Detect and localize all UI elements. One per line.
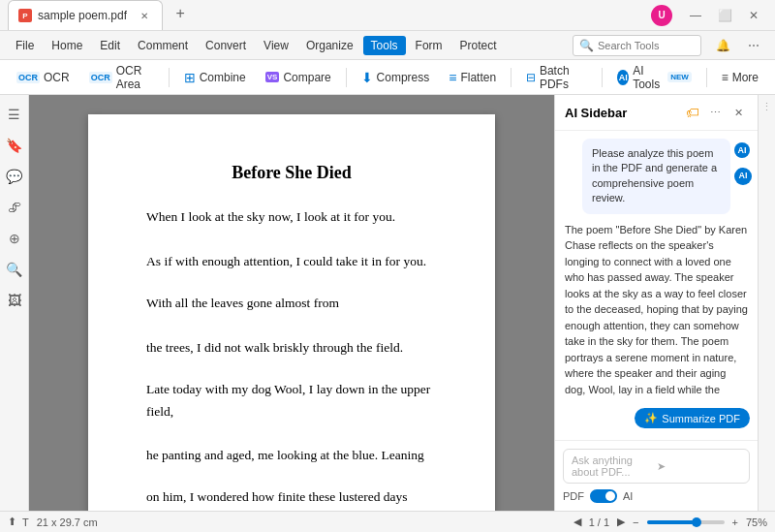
menu-tools[interactable]: Tools xyxy=(363,36,406,55)
ai-tools-icon: AI xyxy=(617,70,629,85)
pdf-stanza-1: When I look at the sky now, I look at it… xyxy=(146,206,437,273)
new-tab-button[interactable]: + xyxy=(167,0,194,27)
pdf-line: With all the leaves gone almost from xyxy=(146,293,437,315)
ai-input-box[interactable]: Ask anything about PDF... ➤ xyxy=(563,449,750,484)
compare-label: Compare xyxy=(283,71,330,84)
ai-more-button[interactable]: ⋯ xyxy=(705,103,725,122)
pdf-line: on him, I wondered how finite these lust… xyxy=(146,486,437,511)
menu-form[interactable]: Form xyxy=(408,36,450,55)
menu-more-icon[interactable]: ⋯ xyxy=(740,32,767,59)
zoom-slider[interactable] xyxy=(647,520,725,524)
statusbar-right: ◀ 1 / 1 ▶ − + 75% xyxy=(574,516,767,528)
compress-icon: ⬇ xyxy=(361,70,373,85)
ai-sidebar-title: AI Sidebar xyxy=(565,106,680,120)
pdf-toggle-switch[interactable] xyxy=(590,489,617,503)
summarize-icon: ✨ xyxy=(644,412,658,424)
ai-close-button[interactable]: ✕ xyxy=(728,103,748,122)
menu-comment[interactable]: Comment xyxy=(130,36,196,55)
pdf-line: As if with enough attention, I could tak… xyxy=(146,251,437,273)
text-select-icon[interactable]: T xyxy=(22,516,29,528)
minimize-button[interactable]: — xyxy=(682,2,709,29)
combine-button[interactable]: ⊞ Combine xyxy=(175,65,255,90)
combine-icon: ⊞ xyxy=(184,70,196,85)
ai-tools-badge: NEW xyxy=(667,72,692,82)
ai-bookmark-icon: 🏷 xyxy=(686,105,699,120)
pdf-line: When I look at the sky now, I look at it… xyxy=(146,206,437,229)
search-box[interactable]: 🔍 xyxy=(573,35,701,56)
pdf-icon: P xyxy=(18,9,32,22)
compare-icon: VS xyxy=(265,72,280,82)
notification-icon[interactable]: 🔔 xyxy=(709,32,736,59)
zoom-in-button[interactable]: + xyxy=(732,516,738,528)
tab-close-button[interactable]: ✕ xyxy=(137,8,152,23)
zoom-out-button[interactable]: − xyxy=(633,516,638,528)
toolbar-separator-5 xyxy=(706,68,707,87)
ocr-label: OCR xyxy=(44,71,70,84)
ocr-area-button[interactable]: OCR OCR Area xyxy=(80,59,163,96)
sidebar-icon-bookmark[interactable]: 🔖 xyxy=(3,134,26,157)
maximize-button[interactable]: ⬜ xyxy=(711,2,738,29)
ai-send-button[interactable]: ➤ xyxy=(657,460,742,473)
menu-organize[interactable]: Organize xyxy=(298,36,361,55)
ai-prompt-bubble: Please analyze this poem in the PDF and … xyxy=(582,139,730,214)
summarize-button[interactable]: ✨ Summarize PDF xyxy=(635,408,750,428)
compress-label: Compress xyxy=(377,71,430,84)
close-button[interactable]: ✕ xyxy=(740,2,767,29)
menu-edit[interactable]: Edit xyxy=(92,36,128,55)
flatten-button[interactable]: ≡ Flatten xyxy=(440,65,505,90)
ai-tools-button[interactable]: AI AI Tools NEW xyxy=(608,59,700,96)
active-tab[interactable]: P sample poem.pdf ✕ xyxy=(8,0,163,30)
menu-view[interactable]: View xyxy=(256,36,296,55)
more-button[interactable]: ≡ More xyxy=(713,66,767,89)
next-page-button[interactable]: ▶ xyxy=(617,516,625,528)
toolbar-separator-3 xyxy=(511,68,512,87)
ai-sidebar-header: AI Sidebar 🏷 ⋯ ✕ xyxy=(555,95,758,131)
titlebar-tabs: P sample poem.pdf ✕ + xyxy=(8,0,651,30)
compare-button[interactable]: VS Compare xyxy=(257,66,340,89)
zoom-level: 75% xyxy=(746,516,767,528)
pdf-stanza-2: With all the leaves gone almost from the… xyxy=(146,293,437,360)
menu-protect[interactable]: Protect xyxy=(452,36,505,55)
compress-button[interactable]: ⬇ Compress xyxy=(353,65,439,90)
zoom-thumb xyxy=(692,517,701,527)
pdf-line xyxy=(146,423,437,446)
ai-content: Please analyze this poem in the PDF and … xyxy=(555,131,758,440)
sidebar-icon-search[interactable]: 🔍 xyxy=(3,258,26,281)
tab-title: sample poem.pdf xyxy=(38,9,127,22)
ai-response: The poem "Before She Died" by Karen Chas… xyxy=(563,222,750,400)
pdf-line xyxy=(146,315,437,337)
pdf-viewer[interactable]: Before She Died When I look at the sky n… xyxy=(29,95,554,511)
menu-right-icons: 🔔 ⋯ xyxy=(709,32,767,59)
right-panel: ⋮ xyxy=(758,95,775,511)
flatten-icon: ≡ xyxy=(449,70,456,85)
menubar: File Home Edit Comment Convert View Orga… xyxy=(0,31,775,60)
toggle-ai-label: AI xyxy=(623,490,633,502)
right-panel-expand[interactable]: ⋮ xyxy=(761,101,772,113)
user-avatar[interactable]: U xyxy=(651,5,672,26)
batch-button[interactable]: ⊟ Batch PDFs xyxy=(517,59,596,96)
ai-tools-label: AI Tools xyxy=(633,64,664,91)
batch-label: Batch PDFs xyxy=(540,64,587,91)
menu-file[interactable]: File xyxy=(8,36,42,55)
batch-icon: ⊟ xyxy=(526,71,536,84)
search-input[interactable] xyxy=(598,40,695,51)
sidebar-icon-comment[interactable]: 💬 xyxy=(3,165,26,188)
cursor-icon[interactable]: ⬆ xyxy=(8,516,16,528)
ocr-button[interactable]: OCR OCR xyxy=(8,66,78,89)
ai-toggles: PDF AI xyxy=(563,489,750,503)
ai-sidebar: AI Sidebar 🏷 ⋯ ✕ Please analyze this poe… xyxy=(554,95,758,511)
main-area: ☰ 🔖 💬 🖇 ⊕ 🔍 🖼 Before She Died When I loo… xyxy=(0,95,775,511)
sidebar-icon-image[interactable]: 🖼 xyxy=(3,289,26,312)
menu-convert[interactable]: Convert xyxy=(198,36,254,55)
sidebar-icon-layers[interactable]: ⊕ xyxy=(3,227,26,250)
ai-prompt-text: Please analyze this poem in the PDF and … xyxy=(592,147,717,203)
toolbar-separator-4 xyxy=(602,68,603,87)
page-number: 1 / 1 xyxy=(589,516,609,528)
summarize-label: Summarize PDF xyxy=(662,413,740,424)
flatten-label: Flatten xyxy=(460,71,496,84)
pdf-line: Late today with my dog Wool, I lay down … xyxy=(146,379,437,423)
prev-page-button[interactable]: ◀ xyxy=(574,516,581,528)
sidebar-icon-attach[interactable]: 🖇 xyxy=(3,196,26,219)
sidebar-icon-menu[interactable]: ☰ xyxy=(3,103,26,126)
menu-home[interactable]: Home xyxy=(44,36,90,55)
